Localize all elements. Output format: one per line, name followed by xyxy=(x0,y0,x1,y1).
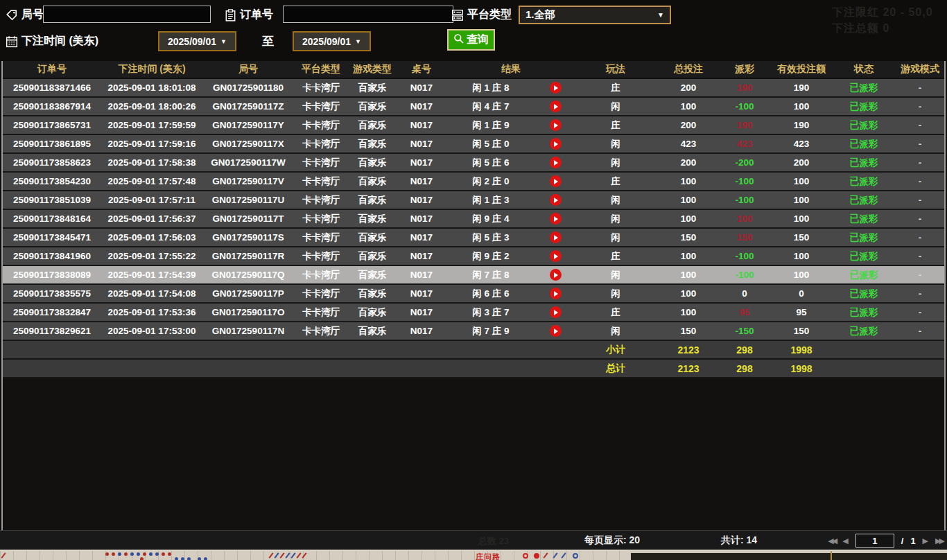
bet-records-table: 订单号 下注时间 (美东) 局号 平台类型 游戏类型 桌号 结果 玩法 总投注 … xyxy=(1,61,946,530)
page-number-input[interactable] xyxy=(855,534,894,548)
cell-round-no: GN0172590117P xyxy=(202,288,294,299)
table-row[interactable]: 250901173832847 2025-09-01 17:53:36 GN01… xyxy=(3,304,944,322)
play-video-icon[interactable] xyxy=(550,306,562,318)
cell-valid-bet: 100 xyxy=(768,195,835,205)
col-header-table-no: 桌号 xyxy=(397,63,446,76)
table-row[interactable]: 250901173838089 2025-09-01 17:54:39 GN01… xyxy=(3,266,944,285)
cell-play-type: 闲 xyxy=(575,194,656,207)
cell-status: 已派彩 xyxy=(835,250,893,263)
next-page-button[interactable]: ▶ xyxy=(923,537,928,545)
table-row[interactable]: 250901173845471 2025-09-01 17:56:03 GN01… xyxy=(3,229,944,247)
play-video-icon[interactable] xyxy=(550,82,562,94)
cell-play-type: 庄 xyxy=(575,119,656,132)
table-row[interactable]: 250901173829621 2025-09-01 17:53:00 GN01… xyxy=(3,322,944,341)
play-video-icon[interactable] xyxy=(550,194,562,206)
cell-total-bet: 100 xyxy=(656,270,721,280)
cell-result: 闲 5 庄 6 xyxy=(446,157,535,169)
play-video-icon[interactable] xyxy=(550,175,562,187)
cell-game-type: 百家乐 xyxy=(348,100,397,113)
cell-result: 闲 1 庄 9 xyxy=(446,119,535,132)
cell-bet-time: 2025-09-01 17:56:03 xyxy=(101,232,202,243)
play-video-icon[interactable] xyxy=(550,288,562,299)
cell-platform: 卡卡湾厅 xyxy=(294,138,348,150)
date-to-picker[interactable]: 2025/09/01 ▼ xyxy=(293,31,371,51)
cell-order-no: 250901173835575 xyxy=(3,288,101,299)
cell-game-type: 百家乐 xyxy=(348,306,397,319)
cell-bet-time: 2025-09-01 18:00:26 xyxy=(101,101,202,112)
query-button[interactable]: 查询 xyxy=(447,29,495,51)
cell-table-no: N017 xyxy=(397,326,446,336)
first-page-button[interactable]: ◀◀ xyxy=(828,537,835,545)
subtotal-label: 小计 xyxy=(575,344,656,356)
order-number-input[interactable] xyxy=(283,6,453,23)
play-video-icon[interactable] xyxy=(550,157,562,168)
cell-bet-time: 2025-09-01 17:59:59 xyxy=(101,120,202,130)
date-from-picker[interactable]: 2025/09/01 ▼ xyxy=(158,31,236,51)
cell-status: 已派彩 xyxy=(835,213,893,225)
table-row[interactable]: 250901173854230 2025-09-01 17:57:48 GN01… xyxy=(3,173,944,191)
cell-game-type: 百家乐 xyxy=(348,175,397,188)
play-video-icon[interactable] xyxy=(550,325,562,337)
table-row[interactable]: 250901183871466 2025-09-01 18:01:08 GN01… xyxy=(3,79,944,98)
chevron-down-icon: ▼ xyxy=(355,38,361,45)
cell-platform: 卡卡湾厅 xyxy=(294,175,348,188)
table-row[interactable]: 250901173835575 2025-09-01 17:54:08 GN01… xyxy=(3,285,944,304)
cell-status: 已派彩 xyxy=(835,231,893,244)
table-row[interactable]: 250901173841960 2025-09-01 17:55:22 GN01… xyxy=(3,247,944,266)
table-header-row: 订单号 下注时间 (美东) 局号 平台类型 游戏类型 桌号 结果 玩法 总投注 … xyxy=(3,61,944,79)
cell-game-mode: - xyxy=(893,120,947,130)
round-number-input[interactable] xyxy=(43,6,211,23)
cell-payout: 150 xyxy=(721,232,768,243)
cell-valid-bet: 100 xyxy=(768,270,835,280)
date-to-value: 2025/09/01 xyxy=(302,36,351,47)
cell-order-no: 250901173851039 xyxy=(3,195,101,205)
table-row[interactable]: 250901183867914 2025-09-01 18:00:26 GN01… xyxy=(3,98,944,116)
cell-play-type: 庄 xyxy=(575,82,656,94)
platform-type-select[interactable]: 1.全部 ▼ xyxy=(519,6,671,24)
search-icon xyxy=(453,33,464,47)
cell-payout: 423 xyxy=(721,139,768,149)
cell-total-bet: 100 xyxy=(656,288,721,299)
red-circle-mark xyxy=(523,553,528,559)
cell-result: 闲 5 庄 3 xyxy=(446,231,535,244)
cell-game-mode: - xyxy=(893,270,947,280)
cell-round-no: GN0172590117Q xyxy=(202,270,294,280)
play-video-icon[interactable] xyxy=(550,119,562,131)
per-page-label: 每页显示: 20 xyxy=(584,534,640,547)
cell-game-type: 百家乐 xyxy=(348,269,397,281)
cell-payout: 190 xyxy=(721,82,768,93)
table-row[interactable]: 250901173861895 2025-09-01 17:59:16 GN01… xyxy=(3,135,944,154)
col-header-valid-bet: 有效投注额 xyxy=(768,63,835,76)
cell-result: 闲 7 庄 8 xyxy=(446,269,535,281)
cell-total-bet: 423 xyxy=(656,139,721,149)
cell-table-no: N017 xyxy=(397,307,446,317)
play-video-icon[interactable] xyxy=(550,250,562,262)
calendar-icon xyxy=(6,35,18,48)
previous-page-button[interactable]: ◀ xyxy=(842,537,848,545)
play-video-icon[interactable] xyxy=(550,138,562,150)
last-page-button[interactable]: ▶▶ xyxy=(935,537,943,545)
play-video-icon[interactable] xyxy=(550,269,562,281)
table-row[interactable]: 250901173858623 2025-09-01 17:58:38 GN01… xyxy=(3,154,944,173)
play-video-icon[interactable] xyxy=(550,213,562,225)
play-video-icon[interactable] xyxy=(550,231,562,243)
cell-status: 已派彩 xyxy=(835,175,893,188)
cell-round-no: GN0172590117R xyxy=(202,251,294,261)
cell-status: 已派彩 xyxy=(835,288,893,300)
cell-payout: -100 xyxy=(721,251,768,261)
filter-bar: 局号 订单号 平台类型 1.全部 ▼ 下注时间 (美东) 202 xyxy=(0,0,947,61)
cell-order-no: 250901173845471 xyxy=(3,232,101,243)
cell-game-mode: - xyxy=(893,82,947,93)
table-row[interactable]: 250901173851039 2025-09-01 17:57:11 GN01… xyxy=(3,191,944,210)
cell-game-type: 百家乐 xyxy=(348,325,397,338)
play-video-icon[interactable] xyxy=(550,100,562,112)
cell-platform: 卡卡湾厅 xyxy=(294,213,348,225)
table-row[interactable]: 250901173848164 2025-09-01 17:56:37 GN01… xyxy=(3,210,944,229)
cell-game-mode: - xyxy=(893,157,947,168)
cell-game-type: 百家乐 xyxy=(348,213,397,225)
cell-platform: 卡卡湾厅 xyxy=(294,194,348,207)
cell-round-no: GN0172590117V xyxy=(202,176,294,186)
cell-total-bet: 200 xyxy=(656,82,721,93)
table-row[interactable]: 250901173865731 2025-09-01 17:59:59 GN01… xyxy=(3,116,944,135)
cell-game-mode: - xyxy=(893,139,947,149)
